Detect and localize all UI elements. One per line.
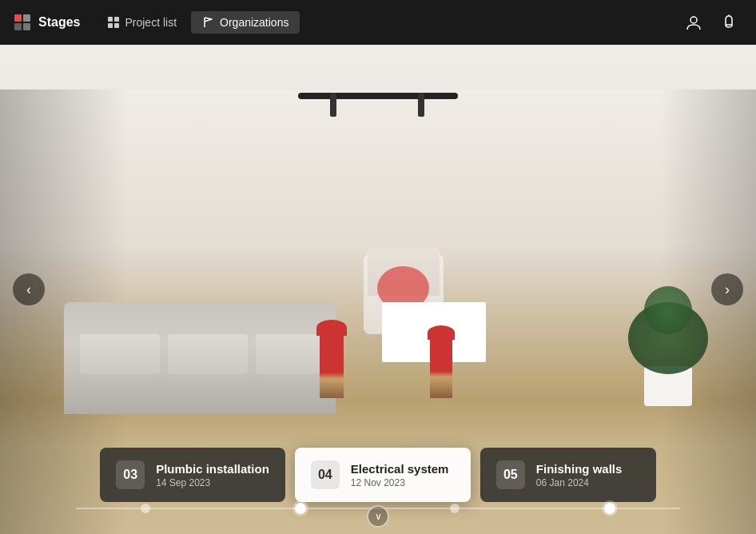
gnome-hat-right — [428, 325, 455, 340]
nav-right-actions — [679, 8, 743, 37]
nav-project-list[interactable]: Project list — [96, 11, 188, 34]
app-logo[interactable]: Stages — [13, 13, 80, 32]
gnome-right — [430, 338, 452, 398]
gnome-left — [320, 334, 344, 398]
stage-03-number: 03 — [116, 460, 145, 489]
bell-icon — [720, 14, 738, 31]
stage-card-04[interactable]: 04 Electrical system 12 Nov 2023 — [295, 448, 471, 502]
svg-rect-7 — [114, 23, 119, 28]
track-light-1 — [330, 93, 336, 117]
timeline-dot-4[interactable] — [604, 503, 615, 514]
user-profile-button[interactable] — [679, 8, 708, 37]
flag-icon — [202, 16, 215, 29]
timeline-dot-1[interactable] — [141, 504, 150, 513]
plant-top — [644, 286, 692, 334]
app-name-label: Stages — [38, 15, 80, 30]
stages-logo-icon — [13, 13, 32, 32]
svg-rect-1 — [23, 14, 30, 22]
left-arrow-icon: ‹ — [26, 281, 31, 298]
project-list-label: Project list — [125, 16, 177, 29]
nav-organizations[interactable]: Organizations — [191, 11, 300, 34]
organizations-label: Organizations — [220, 16, 288, 29]
prev-arrow-button[interactable]: ‹ — [13, 273, 45, 305]
svg-rect-0 — [14, 14, 22, 22]
timeline-dot-2[interactable] — [295, 503, 306, 514]
chevron-down-icon: ∨ — [375, 511, 382, 522]
stage-03-date: 14 Sep 2023 — [156, 477, 269, 488]
stage-04-date: 12 Nov 2023 — [351, 477, 455, 488]
stage-03-title: Plumbic installation — [156, 462, 269, 476]
svg-rect-6 — [108, 23, 113, 28]
stage-04-title: Electrical system — [351, 462, 455, 476]
stage-04-number: 04 — [311, 460, 340, 489]
stage-05-number: 05 — [496, 460, 525, 489]
user-icon — [685, 14, 702, 31]
timeline-expand-button[interactable]: ∨ — [367, 505, 389, 528]
stage-05-info: Finishing walls 06 Jan 2024 — [536, 462, 640, 488]
notifications-button[interactable] — [714, 8, 743, 37]
stage-05-title: Finishing walls — [536, 462, 640, 476]
stage-04-info: Electrical system 12 Nov 2023 — [351, 462, 455, 488]
ceiling-track — [298, 93, 458, 99]
navbar: Stages Project list Organizations — [0, 0, 756, 45]
main-view: ‹ › ∨ 03 Plumbic installation 14 Sep 202… — [0, 45, 756, 534]
nav-links: Project list Organizations — [96, 11, 679, 34]
svg-rect-5 — [114, 17, 119, 22]
stage-card-05[interactable]: 05 Finishing walls 06 Jan 2024 — [480, 448, 656, 502]
stage-05-date: 06 Jan 2024 — [536, 477, 640, 488]
stage-03-info: Plumbic installation 14 Sep 2023 — [156, 462, 269, 488]
stage-card-03[interactable]: 03 Plumbic installation 14 Sep 2023 — [100, 448, 285, 502]
next-arrow-button[interactable]: › — [711, 273, 743, 305]
gnome-hat-left — [316, 320, 347, 336]
track-light-2 — [418, 93, 424, 117]
svg-rect-3 — [23, 23, 30, 30]
right-arrow-icon: › — [725, 281, 730, 298]
svg-rect-4 — [108, 17, 113, 22]
sofa-cushion-1 — [80, 334, 160, 374]
sofa-cushion-2 — [168, 334, 248, 374]
timeline-dot-3[interactable] — [450, 504, 460, 513]
grid-icon — [107, 16, 120, 29]
stages-container: 03 Plumbic installation 14 Sep 2023 04 E… — [0, 448, 756, 502]
sofa-cushion-3 — [256, 334, 320, 374]
svg-point-8 — [690, 17, 697, 23]
svg-rect-2 — [14, 23, 22, 30]
